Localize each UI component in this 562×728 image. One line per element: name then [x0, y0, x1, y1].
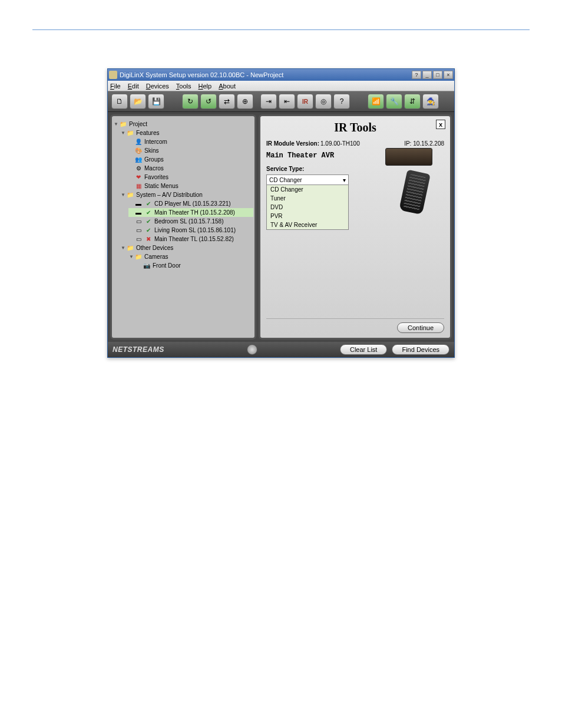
menu-help[interactable]: Help	[199, 83, 212, 90]
service-type-value: CD Changer	[269, 177, 302, 183]
tree-main-theater-th[interactable]: ▬✔Main Theater TH (10.15.2.208)	[128, 208, 253, 217]
chevron-down-icon: ▾	[343, 177, 346, 183]
module-value: 1.09.00-TH100	[320, 140, 360, 147]
menu-tools[interactable]: Tools	[176, 83, 191, 90]
tree-other-devices[interactable]: ▼📁Other Devices	[120, 243, 253, 252]
window-title: DigiLinX System Setup version 02.10.00BC…	[120, 71, 283, 78]
toolbar-target[interactable]: ◎	[315, 94, 332, 109]
tree-intercom[interactable]: 👤Intercom	[128, 137, 253, 146]
help-button[interactable]: ?	[412, 71, 421, 79]
service-option-tuner[interactable]: Tuner	[267, 194, 348, 203]
module-info: IR Module Version: 1.09.00-TH100 IP: 10.…	[266, 140, 444, 147]
ir-tools-panel: x IR Tools IR Module Version: 1.09.00-TH…	[259, 114, 452, 340]
menu-file[interactable]: File	[110, 83, 121, 90]
save-button[interactable]: 💾	[148, 94, 164, 109]
service-type-combo[interactable]: CD Changer ▾	[266, 174, 349, 185]
service-option-tv[interactable]: TV & AV Receiver	[267, 220, 348, 229]
open-button[interactable]: 📂	[130, 94, 146, 109]
tree-main-theater-tl[interactable]: ▭✖Main Theater TL (10.15.52.82)	[128, 235, 253, 243]
toolbar-end-3[interactable]: ⇵	[404, 94, 421, 109]
tree-project[interactable]: ▼📁Project	[113, 120, 253, 129]
toolbar-help[interactable]: ?	[333, 94, 350, 109]
ip-value: 10.15.2.208	[413, 140, 444, 147]
workarea: ▼📁Project ▼📁Features 👤Intercom 🎨Skins 👥G…	[108, 112, 454, 342]
close-button[interactable]: ×	[444, 71, 453, 79]
toolbar-arrow-out[interactable]: ⇤	[279, 94, 295, 109]
menu-about[interactable]: About	[219, 83, 236, 90]
app-icon	[109, 71, 117, 79]
tree-favorites[interactable]: ❤Favorites	[128, 173, 253, 182]
service-option-cd[interactable]: CD Changer	[267, 185, 348, 194]
tree-cd-player[interactable]: ▬✔CD Player ML (10.15.23.221)	[128, 199, 253, 208]
brand-logo: NETSTREAMS	[113, 345, 164, 354]
toolbar-end-2[interactable]: 🔧	[386, 94, 402, 109]
clear-list-button[interactable]: Clear List	[340, 344, 387, 355]
tree-system[interactable]: ▼📁System – A/V Distribution	[120, 190, 253, 199]
find-devices-button[interactable]: Find Devices	[392, 344, 449, 355]
receiver-image	[385, 148, 432, 166]
ip-label: IP:	[404, 140, 411, 147]
tree-front-door[interactable]: 📷Front Door	[137, 261, 253, 270]
tree-macros[interactable]: ⚙Macros	[128, 164, 253, 173]
toolbar-wizard[interactable]: 🧙	[422, 94, 439, 109]
remote-image	[399, 170, 431, 215]
module-label: IR Module Version:	[266, 140, 319, 147]
tree-skins[interactable]: 🎨Skins	[128, 146, 253, 155]
statusbar: NETSTREAMS Clear List Find Devices	[108, 342, 454, 357]
tree-groups[interactable]: 👥Groups	[128, 155, 253, 164]
tree-bedroom-sl[interactable]: ▭✔Bedroom SL (10.15.7.158)	[128, 217, 253, 226]
tree-living-room-sl[interactable]: ▭✔Living Room SL (10.15.86.101)	[128, 226, 253, 235]
menu-edit[interactable]: Edit	[128, 83, 139, 90]
tree-pane: ▼📁Project ▼📁Features 👤Intercom 🎨Skins 👥G…	[110, 114, 256, 340]
menubar: File Edit Devices Tools Help About	[108, 81, 454, 91]
service-type-dropdown: CD Changer Tuner DVD PVR TV & AV Receive…	[266, 185, 349, 230]
service-option-pvr[interactable]: PVR	[267, 212, 348, 220]
toolbar-sync[interactable]: ⇄	[219, 94, 235, 109]
menu-devices[interactable]: Devices	[146, 83, 169, 90]
toolbar: 🗋 📂 💾 ↻ ↺ ⇄ ⊕ ⇥ ⇤ IR ◎ ? 📶 🔧 ⇵ 🧙	[108, 91, 454, 112]
maximize-button[interactable]: □	[433, 71, 442, 79]
app-window: DigiLinX System Setup version 02.10.00BC…	[107, 68, 455, 358]
status-knob-icon	[247, 344, 257, 355]
tree-static-menus[interactable]: ▦Static Menus	[128, 182, 253, 190]
toolbar-arrow-in[interactable]: ⇥	[260, 94, 277, 109]
minimize-button[interactable]: _	[422, 71, 432, 79]
tree-cameras[interactable]: ▼📁Cameras	[128, 252, 253, 261]
toolbar-green-1[interactable]: ↻	[182, 94, 199, 109]
toolbar-green-2[interactable]: ↺	[200, 94, 217, 109]
titlebar: DigiLinX System Setup version 02.10.00BC…	[108, 69, 454, 81]
panel-title: IR Tools	[266, 121, 444, 134]
panel-close-button[interactable]: x	[436, 120, 445, 129]
toolbar-end-1[interactable]: 📶	[368, 94, 384, 109]
continue-button[interactable]: Continue	[397, 322, 444, 333]
page-rule	[32, 29, 530, 30]
ir-button[interactable]: IR	[297, 94, 313, 109]
service-option-dvd[interactable]: DVD	[267, 203, 348, 212]
device-images	[385, 148, 438, 213]
tree-features[interactable]: ▼📁Features	[120, 129, 253, 137]
new-button[interactable]: 🗋	[111, 94, 128, 109]
toolbar-add[interactable]: ⊕	[237, 94, 253, 109]
